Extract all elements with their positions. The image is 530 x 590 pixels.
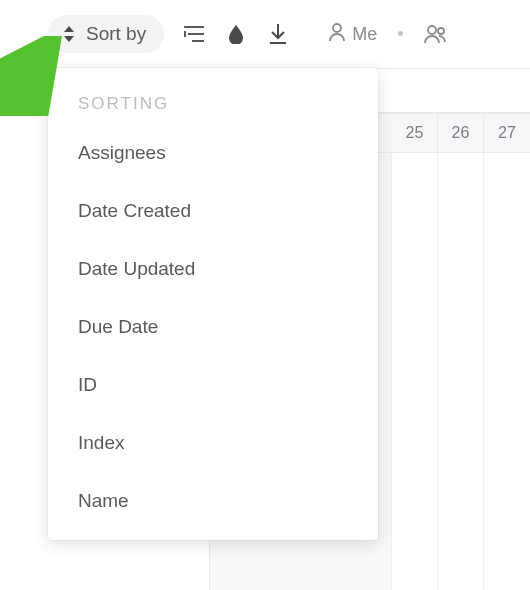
day-cell[interactable]: 27	[484, 114, 530, 152]
sort-option-date-updated[interactable]: Date Updated	[48, 240, 378, 298]
sort-option-due-date[interactable]: Due Date	[48, 298, 378, 356]
sort-dropdown: SORTING Assignees Date Created Date Upda…	[48, 68, 378, 540]
sort-by-label: Sort by	[86, 23, 146, 45]
svg-rect-2	[184, 31, 186, 37]
sort-icon	[62, 26, 76, 42]
day-cell[interactable]: 25	[392, 114, 438, 152]
svg-point-6	[333, 24, 341, 32]
sort-option-date-created[interactable]: Date Created	[48, 182, 378, 240]
color-drop-icon[interactable]	[224, 22, 248, 46]
group-icon[interactable]	[182, 22, 206, 46]
sort-option-assignees[interactable]: Assignees	[48, 124, 378, 182]
sort-option-id[interactable]: ID	[48, 356, 378, 414]
people-icon[interactable]	[424, 22, 448, 46]
filter-me[interactable]: Me	[328, 22, 377, 47]
toolbar: Sort by Me •	[0, 0, 530, 68]
download-icon[interactable]	[266, 22, 290, 46]
sort-option-index[interactable]: Index	[48, 414, 378, 472]
sort-by-button[interactable]: Sort by	[48, 15, 164, 53]
sort-option-name[interactable]: Name	[48, 472, 378, 530]
separator-dot: •	[395, 24, 405, 45]
sort-dropdown-header: SORTING	[48, 94, 378, 124]
svg-point-8	[438, 28, 444, 34]
person-icon	[328, 22, 346, 47]
day-cell[interactable]: 26	[438, 114, 484, 152]
svg-point-7	[428, 26, 436, 34]
filter-me-label: Me	[352, 24, 377, 45]
